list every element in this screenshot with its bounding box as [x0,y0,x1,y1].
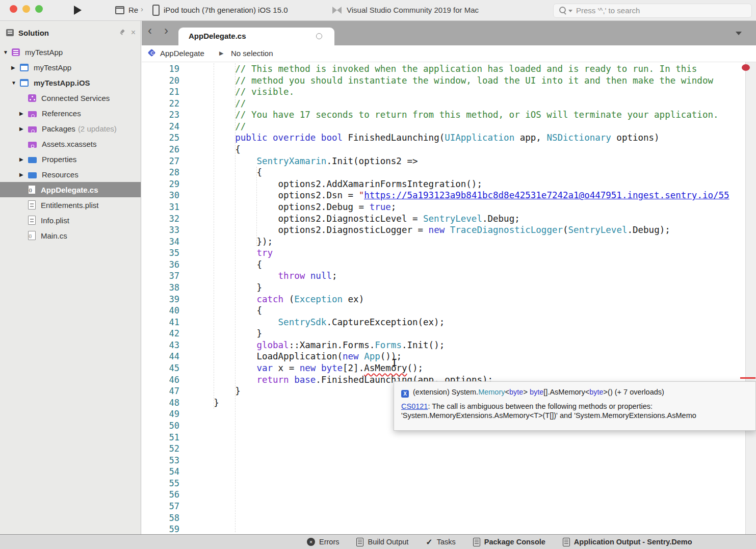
line-number[interactable]: 37 [142,270,192,282]
code-line-36[interactable]: 36 { [142,259,729,271]
line-number[interactable]: 46 [142,374,192,386]
line-number[interactable]: 34 [142,236,192,248]
expander-right-icon[interactable]: ▶ [19,126,28,132]
code-line-28[interactable]: 28 { [142,167,729,178]
line-number[interactable]: 57 [142,501,192,512]
line-number[interactable]: 49 [142,408,192,420]
line-number[interactable]: 24 [142,121,192,133]
tree-item-mytestapp[interactable]: ▶myTestApp [0,60,141,75]
line-number[interactable]: 42 [142,328,192,339]
tree-item-main-cs[interactable]: Main.cs [0,228,141,243]
line-number[interactable]: 51 [142,432,192,443]
line-number[interactable]: 41 [142,317,192,328]
code-line-34[interactable]: 34 }); [142,236,729,248]
statusbar-build-output[interactable]: Build Output [356,538,408,546]
line-number[interactable]: 54 [142,466,192,478]
code-line-37[interactable]: 37 throw null; [142,270,729,282]
code-line-30[interactable]: 30 options2.Dsn = "https://5a193123a9b84… [142,190,729,201]
line-number[interactable]: 50 [142,420,192,432]
diagnostics-status-icon[interactable] [742,64,750,71]
line-number[interactable]: 26 [142,144,192,155]
code-line-39[interactable]: 39 catch (Exception ex) [142,294,729,305]
minimize-window-button[interactable] [22,5,30,13]
expander-right-icon[interactable]: ▶ [19,111,28,116]
navigate-forward-button[interactable]: › [164,23,168,38]
run-button[interactable] [74,6,82,15]
line-number[interactable]: 29 [142,178,192,190]
tree-item-assets-xcassets[interactable]: Assets.xcassets [0,136,141,151]
tree-item-properties[interactable]: ▶Properties [0,151,141,167]
code-line-56[interactable]: 56 [142,489,729,501]
code-line-20[interactable]: 20 // method you should instantiate the … [142,75,729,87]
line-number[interactable]: 38 [142,282,192,294]
device-selector[interactable]: iPod touch (7th generation) iOS 15.0 [164,6,288,14]
tree-item-info-plist[interactable]: Info.plist [0,213,141,228]
error-code-link[interactable]: CS0121 [401,402,428,410]
zoom-window-button[interactable] [35,5,43,13]
tab-list-dropdown-icon[interactable] [736,32,742,35]
line-number[interactable]: 36 [142,259,192,271]
tree-item-appdelegate-cs[interactable]: AppDelegate.cs [0,182,141,197]
code-line-35[interactable]: 35 try [142,247,729,259]
scrollbar-error-marker[interactable] [740,377,755,379]
statusbar-package-console[interactable]: Package Console [473,538,545,546]
code-line-38[interactable]: 38 } [142,282,729,294]
expander-right-icon[interactable]: ▶ [19,156,28,162]
code-line-31[interactable]: 31 options2.Debug = true; [142,201,729,213]
code-line-45[interactable]: 45 var x = new byte[2].AsMemory(); [142,362,729,374]
expander-down-icon[interactable]: ▼ [3,49,12,55]
breadcrumb-selection[interactable]: No selection [231,49,273,58]
line-number[interactable]: 48 [142,397,192,409]
code-line-44[interactable]: 44 LoadApplication(new App()); [142,351,729,362]
code-line-27[interactable]: 27 SentryXamarin.Init(options2 => [142,155,729,167]
navigate-back-button[interactable]: ‹ [148,23,152,38]
code-line-26[interactable]: 26 { [142,144,729,155]
line-number[interactable]: 25 [142,132,192,144]
line-number[interactable]: 20 [142,75,192,87]
line-number[interactable]: 19 [142,63,192,75]
tree-item-connected-services[interactable]: Connected Services [0,90,141,106]
statusbar-tasks[interactable]: ✓Tasks [426,537,455,547]
line-number[interactable]: 56 [142,489,192,501]
line-number[interactable]: 30 [142,190,192,201]
tree-item-resources[interactable]: ▶Resources [0,167,141,182]
expander-down-icon[interactable]: ▼ [11,80,20,86]
line-number[interactable]: 28 [142,167,192,178]
line-number[interactable]: 22 [142,98,192,110]
tree-item-mytestapp[interactable]: ▼myTestApp [0,44,141,60]
configuration-selector[interactable]: Re [128,6,138,14]
code-line-21[interactable]: 21 // visible. [142,86,729,98]
code-line-43[interactable]: 43 global::Xamarin.Forms.Forms.Init(); [142,339,729,351]
code-line-33[interactable]: 33 options2.DiagnosticLogger = new Trace… [142,224,729,236]
line-number[interactable]: 21 [142,86,192,98]
close-panel-icon[interactable]: × [131,30,136,36]
breadcrumb-class[interactable]: AppDelegate [160,49,204,58]
line-number[interactable]: 32 [142,213,192,225]
code-line-51[interactable]: 51 [142,432,729,443]
code-editor[interactable]: 19 // This method is invoked when the ap… [142,62,745,534]
code-line-41[interactable]: 41 SentrySdk.CaptureException(ex); [142,317,729,328]
line-number[interactable]: 58 [142,512,192,524]
statusbar-application-output-sentry-demo[interactable]: Application Output - Sentry.Demo [563,538,692,546]
close-window-button[interactable] [10,5,17,13]
code-line-55[interactable]: 55 [142,478,729,489]
code-line-25[interactable]: 25 public override bool FinishedLaunchin… [142,132,729,144]
line-number[interactable]: 59 [142,524,192,534]
tab-appdelegate[interactable]: AppDelegate.cs [178,28,334,45]
code-line-42[interactable]: 42 } [142,328,729,339]
line-number[interactable]: 45 [142,362,192,374]
statusbar-errors[interactable]: ×Errors [307,538,339,546]
expander-right-icon[interactable]: ▶ [19,172,28,177]
code-line-40[interactable]: 40 { [142,305,729,317]
tree-item-entitlements-plist[interactable]: Entitlements.plist [0,197,141,213]
line-number[interactable]: 39 [142,294,192,305]
line-number[interactable]: 53 [142,455,192,466]
code-line-19[interactable]: 19 // This method is invoked when the ap… [142,63,729,75]
line-number[interactable]: 52 [142,443,192,455]
line-number[interactable]: 23 [142,109,192,121]
code-line-52[interactable]: 52 [142,443,729,455]
editor-scrollbar[interactable] [745,62,756,534]
code-line-32[interactable]: 32 options2.DiagnosticLevel = SentryLeve… [142,213,729,225]
line-number[interactable]: 43 [142,339,192,351]
tree-item-mytestapp-ios[interactable]: ▼myTestApp.iOS [0,75,141,90]
